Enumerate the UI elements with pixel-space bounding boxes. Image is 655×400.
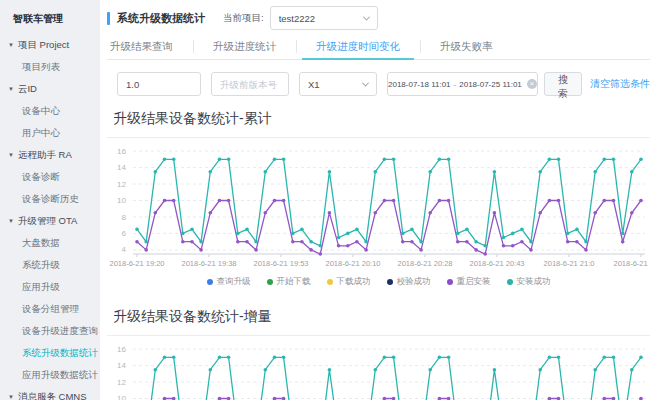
sidebar-item-系统升级数据统计[interactable]: 系统升级数据统计 <box>0 342 100 364</box>
sidebar-item-label: 大盘数据 <box>22 237 60 248</box>
chart-head: 升级结果设备数统计-增量 <box>107 308 650 336</box>
svg-text:4: 4 <box>122 245 127 254</box>
sidebar-item-设备诊断[interactable]: 设备诊断 <box>0 166 100 188</box>
sidebar-item-label: 系统升级数据统计 <box>22 347 98 358</box>
sidebar-item-设备中心[interactable]: 设备中心 <box>0 100 100 122</box>
pre-upgrade-version-input[interactable] <box>211 72 289 96</box>
legend-item-查询升级[interactable]: 查询升级 <box>207 276 251 288</box>
clear-date-icon[interactable] <box>527 79 537 89</box>
svg-text:2018-6-21 19:38: 2018-6-21 19:38 <box>181 259 236 268</box>
current-project-label: 当前项目: <box>223 12 264 25</box>
sidebar-item-label: 应用升级 <box>22 281 60 292</box>
date-range-picker[interactable]: 2018-07-18 11:01 - 2018-07-25 11:01 <box>387 72 538 96</box>
title-accent-bar <box>107 12 110 25</box>
tab-升级失败率[interactable]: 升级失败率 <box>420 34 513 59</box>
cumulative-chart: 161412108642018-6-21 19:202018-6-21 19:3… <box>107 140 650 274</box>
chart-head: 升级结果设备数统计-累计 <box>107 110 650 138</box>
filter-bar: X1 2018-07-18 11:01 - 2018-07-25 11:01 搜… <box>117 72 650 96</box>
sidebar-item-label: 项目列表 <box>22 61 60 72</box>
chart-title-incremental: 升级结果设备数统计-增量 <box>113 308 650 335</box>
caret-down-icon: ▼ <box>8 144 14 166</box>
app-title: 智联车管理 <box>0 8 100 34</box>
sidebar-item-用户中心[interactable]: 用户中心 <box>0 122 100 144</box>
sidebar-item-项目列表[interactable]: 项目列表 <box>0 56 100 78</box>
incremental-chart: 16141210864 <box>107 338 650 400</box>
sidebar-item-label: 设备诊断 <box>22 171 60 182</box>
search-button[interactable]: 搜索 <box>544 72 582 96</box>
app-root: 智联车管理 ▼项目 Project项目列表▼云ID设备中心用户中心▼远程助手 R… <box>0 0 655 400</box>
legend-dot <box>447 279 453 285</box>
date-separator: - <box>454 80 457 89</box>
svg-text:16: 16 <box>117 147 126 156</box>
sidebar-item-消息服务 CMNS[interactable]: ▼消息服务 CMNS <box>0 386 100 400</box>
legend-dot <box>387 279 393 285</box>
svg-text:8: 8 <box>122 213 127 222</box>
chart-section-cumulative: 升级结果设备数统计-累计 161412108642018-6-21 19:202… <box>107 110 650 288</box>
svg-text:2018-6-21 21:0: 2018-6-21 21:0 <box>544 259 595 268</box>
tab-升级进度统计[interactable]: 升级进度统计 <box>193 34 296 59</box>
target-version-input[interactable] <box>117 72 201 96</box>
sidebar-item-系统升级[interactable]: 系统升级 <box>0 254 100 276</box>
sidebar-item-应用升级[interactable]: 应用升级 <box>0 276 100 298</box>
page-header: 系统升级数据统计 当前项目: test2222 <box>107 0 650 34</box>
sidebar-item-大盘数据[interactable]: 大盘数据 <box>0 232 100 254</box>
sidebar-nav: ▼项目 Project项目列表▼云ID设备中心用户中心▼远程助手 RA设备诊断设… <box>0 34 100 400</box>
svg-text:14: 14 <box>117 163 126 172</box>
sidebar-item-label: 系统升级 <box>22 259 60 270</box>
caret-down-icon: ▼ <box>8 210 14 232</box>
clear-filters-link[interactable]: 清空筛选条件 <box>590 77 650 91</box>
sidebar-item-label: 设备分组管理 <box>22 303 79 314</box>
chevron-down-icon <box>362 79 369 86</box>
sidebar: 智联车管理 ▼项目 Project项目列表▼云ID设备中心用户中心▼远程助手 R… <box>0 0 100 400</box>
sidebar-item-项目 Project[interactable]: ▼项目 Project <box>0 34 100 56</box>
legend-label: 查询升级 <box>217 276 251 288</box>
sidebar-item-label: 设备升级进度查询 <box>22 325 98 336</box>
sidebar-item-label: 远程助手 RA <box>18 149 72 160</box>
sidebar-item-设备诊断历史[interactable]: 设备诊断历史 <box>0 188 100 210</box>
legend-item-开始下载[interactable]: 开始下载 <box>267 276 311 288</box>
chevron-down-icon <box>363 13 370 20</box>
legend-dot <box>207 279 213 285</box>
tab-升级进度时间变化[interactable]: 升级进度时间变化 <box>296 34 420 59</box>
sidebar-item-远程助手 RA[interactable]: ▼远程助手 RA <box>0 144 100 166</box>
legend-item-重启安装[interactable]: 重启安装 <box>447 276 491 288</box>
sidebar-item-label: 项目 Project <box>18 39 69 50</box>
tab-bar: 升级结果查询升级进度统计升级进度时间变化升级失败率 <box>107 34 650 60</box>
chart-section-incremental: 升级结果设备数统计-增量 16141210864 <box>107 308 650 400</box>
legend-label: 校验成功 <box>397 276 431 288</box>
svg-text:14: 14 <box>117 361 126 370</box>
date-end: 2018-07-25 11:01 <box>459 80 522 89</box>
legend-item-安装成功[interactable]: 安装成功 <box>507 276 551 288</box>
chart-legend: 查询升级开始下载下载成功校验成功重启安装安装成功 <box>107 276 650 288</box>
svg-text:2018-6-21 19:53: 2018-6-21 19:53 <box>253 259 308 268</box>
device-model-select[interactable]: X1 <box>299 72 377 96</box>
tab-升级结果查询[interactable]: 升级结果查询 <box>107 34 193 59</box>
legend-label: 安装成功 <box>517 276 551 288</box>
legend-label: 重启安装 <box>457 276 491 288</box>
sidebar-item-应用升级数据统计[interactable]: 应用升级数据统计 <box>0 364 100 386</box>
svg-text:10: 10 <box>117 394 126 400</box>
sidebar-item-云ID[interactable]: ▼云ID <box>0 78 100 100</box>
sidebar-item-label: 用户中心 <box>22 127 60 138</box>
svg-text:10: 10 <box>117 196 126 205</box>
svg-text:2018-6-21 21:18: 2018-6-21 21:18 <box>613 259 650 268</box>
date-start: 2018-07-18 11:01 <box>388 80 451 89</box>
svg-text:2018-6-21 20:28: 2018-6-21 20:28 <box>397 259 452 268</box>
legend-item-校验成功[interactable]: 校验成功 <box>387 276 431 288</box>
sidebar-item-设备升级进度查询[interactable]: 设备升级进度查询 <box>0 320 100 342</box>
legend-item-下载成功[interactable]: 下载成功 <box>327 276 371 288</box>
main-content: 系统升级数据统计 当前项目: test2222 升级结果查询升级进度统计升级进度… <box>100 0 655 400</box>
caret-down-icon: ▼ <box>8 386 14 400</box>
caret-down-icon: ▼ <box>8 34 14 56</box>
project-select-value: test2222 <box>279 13 315 24</box>
caret-down-icon: ▼ <box>8 78 14 100</box>
svg-text:2018-6-21 19:20: 2018-6-21 19:20 <box>109 259 164 268</box>
line-chart: 161412108642018-6-21 19:202018-6-21 19:3… <box>107 140 650 274</box>
sidebar-item-升级管理 OTA[interactable]: ▼升级管理 OTA <box>0 210 100 232</box>
sidebar-item-label: 设备诊断历史 <box>22 193 79 204</box>
svg-text:2018-6-21 20:10: 2018-6-21 20:10 <box>325 259 380 268</box>
sidebar-item-label: 应用升级数据统计 <box>22 369 98 380</box>
sidebar-item-设备分组管理[interactable]: 设备分组管理 <box>0 298 100 320</box>
sidebar-item-label: 云ID <box>18 83 37 94</box>
project-select[interactable]: test2222 <box>270 6 378 30</box>
